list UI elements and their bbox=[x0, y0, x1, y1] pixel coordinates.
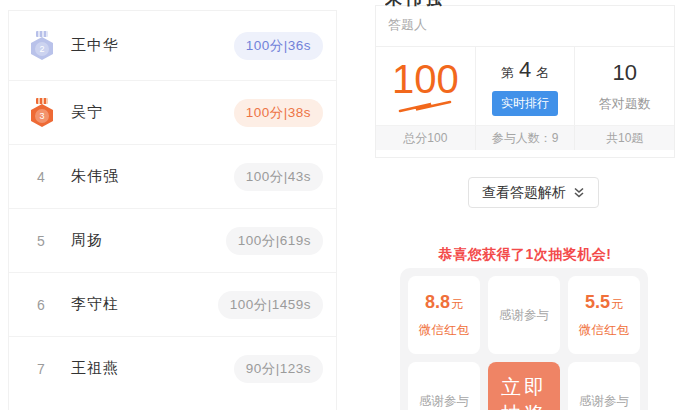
medal-hexagon: 3 bbox=[31, 104, 53, 127]
medal-hexagon: 2 bbox=[31, 37, 53, 60]
player-name: 朱伟强 bbox=[71, 167, 234, 186]
leaderboard-panel: 2 王中华 100分|36s 3 吴宁 100分|38s 4 朱伟强 100分|… bbox=[8, 10, 337, 410]
prize-amount-value: 8.8 bbox=[425, 292, 450, 312]
medal-rank-number: 2 bbox=[35, 42, 49, 56]
leaderboard-row: 7 王祖燕 90分|123s bbox=[9, 336, 336, 400]
draw-now-button[interactable]: 立即 抽奖 bbox=[488, 362, 560, 410]
stats-footer: 总分100 参与人数：9 共10题 bbox=[376, 125, 674, 150]
rank-cell: 2 bbox=[31, 31, 71, 60]
score-badge: 100分|619s bbox=[226, 227, 323, 255]
thanks-cell: 感谢参与 bbox=[488, 276, 560, 354]
score-badge: 100分|1459s bbox=[218, 291, 323, 319]
prize-amount-value: 5.5 bbox=[585, 292, 610, 312]
rank-value: 4 bbox=[519, 57, 531, 82]
total-score-footer: 总分100 bbox=[376, 126, 475, 150]
score-badge: 90分|123s bbox=[234, 355, 323, 383]
swoosh-underline-icon bbox=[397, 100, 453, 113]
rank-cell: 6 bbox=[31, 297, 71, 313]
correct-count: 10 bbox=[612, 60, 636, 86]
congrats-message: 恭喜您获得了1次抽奖机会! bbox=[400, 246, 650, 264]
score-badge: 100分|38s bbox=[234, 99, 323, 127]
answerer-name-clipped: 朱伟强 bbox=[385, 0, 465, 8]
draw-button-line1: 立即 bbox=[501, 374, 547, 401]
draw-button-line2: 抽奖 bbox=[501, 401, 547, 410]
thanks-label: 感谢参与 bbox=[579, 393, 629, 410]
stat-rank: 第4名 实时排行 bbox=[475, 47, 575, 125]
player-name: 吴宁 bbox=[71, 103, 234, 122]
stat-score: 100 bbox=[376, 47, 475, 125]
prize-amount-unit: 元 bbox=[451, 297, 463, 311]
lottery-grid: 8.8元 微信红包 感谢参与 5.5元 微信红包 感谢参与 立即 抽奖 感谢参与 bbox=[400, 268, 648, 410]
rank-cell: 3 bbox=[31, 98, 71, 127]
medal-rank3-icon: 3 bbox=[31, 98, 53, 127]
rank-prefix: 第 bbox=[501, 65, 514, 80]
result-card: 答题人 100 第4名 实时排行 10 答对题数 总分100 参与人数：9 共1… bbox=[375, 5, 675, 158]
stat-correct: 10 答对题数 bbox=[574, 47, 674, 125]
thanks-cell: 感谢参与 bbox=[568, 362, 640, 410]
stats-row: 100 第4名 实时排行 10 答对题数 bbox=[376, 46, 674, 125]
leaderboard-row: 6 李守柱 100分|1459s bbox=[9, 272, 336, 336]
prize-cell: 8.8元 微信红包 bbox=[408, 276, 480, 354]
leaderboard-row: 4 朱伟强 100分|43s bbox=[9, 144, 336, 208]
thanks-label: 感谢参与 bbox=[419, 393, 469, 410]
medal-rank-number: 3 bbox=[35, 109, 49, 123]
player-name: 王中华 bbox=[71, 36, 234, 55]
answerer-name-text: 朱伟强 bbox=[385, 0, 465, 8]
view-analysis-label: 查看答题解析 bbox=[482, 184, 566, 202]
rank-number: 5 bbox=[31, 233, 45, 249]
prize-amount-unit: 元 bbox=[611, 297, 623, 311]
prize-amount: 5.5元 bbox=[585, 292, 623, 313]
double-chevron-down-icon bbox=[573, 187, 585, 199]
player-name: 王祖燕 bbox=[71, 359, 234, 378]
leaderboard-row: 3 吴宁 100分|38s bbox=[9, 80, 336, 144]
rank-number: 7 bbox=[31, 361, 45, 377]
participants-footer: 参与人数：9 bbox=[475, 126, 575, 150]
thanks-label: 感谢参与 bbox=[499, 307, 549, 324]
prize-amount: 8.8元 bbox=[425, 292, 463, 313]
rank-cell: 7 bbox=[31, 361, 71, 377]
score-value: 100 bbox=[392, 60, 459, 98]
player-name: 周扬 bbox=[71, 231, 226, 250]
rank-cell: 5 bbox=[31, 233, 71, 249]
leaderboard-row: 5 周扬 100分|619s bbox=[9, 208, 336, 272]
player-name: 李守柱 bbox=[71, 295, 218, 314]
rank-cell: 4 bbox=[31, 169, 71, 185]
view-analysis-button[interactable]: 查看答题解析 bbox=[468, 177, 599, 208]
medal-ribbon bbox=[36, 31, 48, 37]
medal-ribbon bbox=[36, 98, 48, 104]
total-questions-footer: 共10题 bbox=[574, 126, 674, 150]
score-badge: 100分|36s bbox=[234, 32, 323, 60]
thanks-cell: 感谢参与 bbox=[408, 362, 480, 410]
prize-label: 微信红包 bbox=[579, 322, 629, 339]
rank-number: 6 bbox=[31, 297, 45, 313]
rank-line: 第4名 bbox=[501, 57, 549, 83]
score-badge: 100分|43s bbox=[234, 163, 323, 191]
leaderboard-row: 2 王中华 100分|36s bbox=[9, 11, 336, 80]
rank-number: 4 bbox=[31, 169, 45, 185]
live-ranking-button[interactable]: 实时排行 bbox=[492, 91, 558, 116]
prize-label: 微信红包 bbox=[419, 322, 469, 339]
correct-label: 答对题数 bbox=[599, 95, 651, 113]
answerer-label: 答题人 bbox=[376, 6, 674, 46]
medal-rank2-icon: 2 bbox=[31, 31, 53, 60]
rank-suffix: 名 bbox=[536, 65, 549, 80]
prize-cell: 5.5元 微信红包 bbox=[568, 276, 640, 354]
